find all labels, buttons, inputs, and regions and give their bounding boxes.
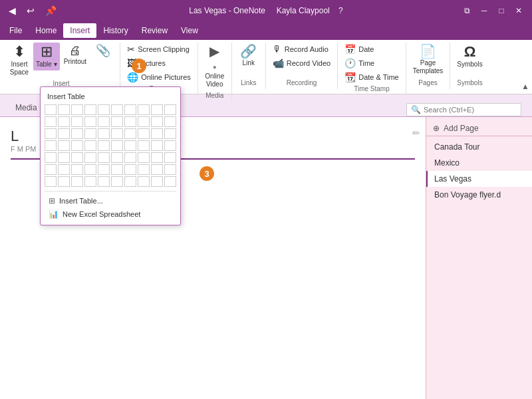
table-grid-cell[interactable] [124, 176, 136, 187]
menu-view[interactable]: View [174, 23, 205, 38]
table-grid-cell[interactable] [111, 164, 123, 175]
table-grid-cell[interactable] [45, 176, 57, 187]
table-grid-cell[interactable] [45, 128, 57, 139]
table-grid-cell[interactable] [124, 116, 136, 127]
table-grid-cell[interactable] [124, 128, 136, 139]
maximize-button[interactable]: □ [493, 4, 509, 17]
table-grid-cell[interactable] [58, 152, 70, 163]
table-grid-cell[interactable] [98, 104, 110, 115]
table-grid-cell[interactable] [71, 164, 83, 175]
table-grid-cell[interactable] [151, 176, 163, 187]
table-grid-cell[interactable] [98, 140, 110, 151]
date-button[interactable]: 📅 Date [342, 43, 402, 56]
online-pictures-button[interactable]: 🌐 Online Pictures [124, 70, 194, 84]
online-video-button[interactable]: ▶● OnlineVideo [202, 43, 227, 90]
table-grid-cell[interactable] [84, 128, 96, 139]
table-grid-cell[interactable] [71, 176, 83, 187]
table-grid-cell[interactable] [124, 104, 136, 115]
table-grid-cell[interactable] [111, 176, 123, 187]
time-button[interactable]: 🕐 Time [342, 57, 402, 70]
table-grid-cell[interactable] [111, 128, 123, 139]
edit-icon[interactable]: ✏ [412, 128, 420, 138]
table-grid[interactable] [45, 104, 176, 187]
link-button[interactable]: 🔗 Link [236, 43, 261, 69]
table-grid-cell[interactable] [138, 104, 150, 115]
page-item-mexico[interactable]: Mexico [426, 155, 532, 171]
table-grid-cell[interactable] [58, 176, 70, 187]
back-button[interactable]: ◀ [5, 4, 19, 17]
table-grid-cell[interactable] [124, 152, 136, 163]
datetime-button[interactable]: 📆 Date & Time [342, 70, 402, 84]
page-item-bon-voyage[interactable]: Bon Voyage flyer.d [426, 187, 532, 203]
menu-file[interactable]: File [3, 23, 29, 38]
table-grid-cell[interactable] [151, 140, 163, 151]
table-grid-cell[interactable] [58, 140, 70, 151]
table-grid-cell[interactable] [98, 152, 110, 163]
table-grid-cell[interactable] [138, 140, 150, 151]
table-grid-cell[interactable] [98, 176, 110, 187]
table-grid-cell[interactable] [71, 128, 83, 139]
table-grid-cell[interactable] [151, 152, 163, 163]
table-grid-cell[interactable] [58, 164, 70, 175]
screen-clipping-button[interactable]: ✂ Screen Clipping [124, 43, 194, 56]
table-grid-cell[interactable] [71, 104, 83, 115]
table-grid-cell[interactable] [45, 140, 57, 151]
table-grid-cell[interactable] [98, 128, 110, 139]
restore-button[interactable]: ⧉ [459, 4, 475, 17]
table-grid-cell[interactable] [164, 116, 176, 127]
file-attach-button[interactable]: 📎 [90, 43, 116, 60]
table-grid-cell[interactable] [164, 128, 176, 139]
table-grid-cell[interactable] [84, 104, 96, 115]
printout-button[interactable]: 🖨 Printout [61, 43, 89, 68]
add-page-button[interactable]: ⊕ Add Page [426, 121, 532, 136]
table-grid-cell[interactable] [58, 104, 70, 115]
table-grid-cell[interactable] [164, 176, 176, 187]
table-grid-cell[interactable] [45, 116, 57, 127]
table-grid-cell[interactable] [111, 152, 123, 163]
menu-history[interactable]: History [96, 23, 134, 38]
undo-button[interactable]: ↩ [23, 4, 38, 17]
table-grid-cell[interactable] [138, 116, 150, 127]
minimize-button[interactable]: ─ [476, 4, 492, 17]
insert-table-action[interactable]: ⊞ Insert Table... [45, 194, 176, 207]
table-grid-cell[interactable] [164, 140, 176, 151]
menu-insert[interactable]: Insert [63, 23, 96, 38]
table-grid-cell[interactable] [111, 104, 123, 115]
table-grid-cell[interactable] [58, 116, 70, 127]
table-grid-cell[interactable] [84, 116, 96, 127]
table-grid-cell[interactable] [84, 152, 96, 163]
new-excel-action[interactable]: 📊 New Excel Spreadsheet [45, 207, 176, 221]
record-video-button[interactable]: 📹 Record Video [270, 57, 333, 70]
table-grid-cell[interactable] [138, 128, 150, 139]
table-grid-cell[interactable] [71, 116, 83, 127]
table-grid-cell[interactable] [124, 140, 136, 151]
search-input[interactable] [424, 106, 517, 114]
table-grid-cell[interactable] [124, 164, 136, 175]
search-box[interactable]: 🔍 [406, 103, 521, 116]
table-grid-cell[interactable] [71, 140, 83, 151]
table-grid-cell[interactable] [138, 152, 150, 163]
table-grid-cell[interactable] [58, 128, 70, 139]
menu-home[interactable]: Home [29, 23, 63, 38]
table-grid-cell[interactable] [138, 176, 150, 187]
symbols-button[interactable]: Ω Symbols [454, 43, 485, 70]
table-grid-cell[interactable] [138, 164, 150, 175]
table-grid-cell[interactable] [45, 104, 57, 115]
record-audio-button[interactable]: 🎙 Record Audio [270, 43, 333, 56]
table-grid-cell[interactable] [71, 152, 83, 163]
ribbon-collapse-button[interactable]: ▲ [521, 82, 529, 91]
insert-space-button[interactable]: ⬍ InsertSpace [7, 43, 32, 78]
table-grid-cell[interactable] [98, 116, 110, 127]
table-grid-cell[interactable] [164, 152, 176, 163]
table-grid-cell[interactable] [111, 140, 123, 151]
table-grid-cell[interactable] [151, 128, 163, 139]
table-grid-cell[interactable] [84, 164, 96, 175]
table-grid-cell[interactable] [151, 104, 163, 115]
page-item-las-vegas[interactable]: Las Vegas [426, 171, 532, 187]
page-templates-button[interactable]: 📄 PageTemplates [410, 43, 446, 77]
table-grid-cell[interactable] [45, 164, 57, 175]
table-grid-cell[interactable] [84, 176, 96, 187]
close-button[interactable]: ✕ [511, 4, 527, 17]
table-grid-cell[interactable] [45, 152, 57, 163]
table-grid-cell[interactable] [151, 116, 163, 127]
